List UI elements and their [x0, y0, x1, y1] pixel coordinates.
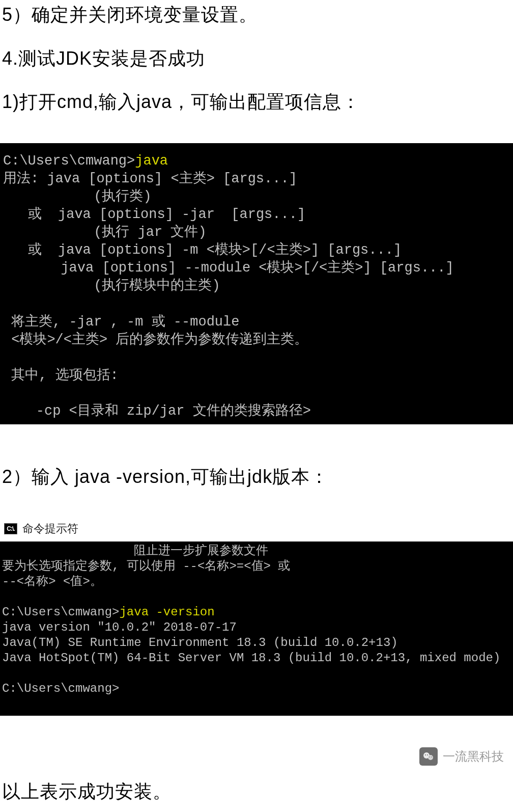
watermark-text: 一流黑科技	[443, 748, 504, 765]
wechat-icon	[419, 747, 438, 766]
svg-point-1	[428, 755, 433, 760]
paragraph-step4-1: 1)打开cmd,输入java，可输出配置项信息：	[0, 87, 513, 117]
paragraph-conclusion: 以上表示成功安装。	[0, 777, 513, 806]
svg-point-2	[425, 754, 426, 755]
terminal-java-usage: C:\Users\cmwang>java 用法: java [options] …	[0, 143, 513, 424]
cmd-window-titlebar: C:\. 命令提示符	[0, 518, 513, 542]
cmd-window-title: 命令提示符	[22, 521, 78, 536]
paragraph-step5: 5）确定并关闭环境变量设置。	[0, 0, 513, 30]
svg-point-4	[429, 756, 430, 757]
svg-point-3	[427, 754, 428, 755]
svg-point-5	[431, 756, 432, 757]
cmd-icon: C:\.	[4, 523, 17, 534]
paragraph-step4-2: 2）输入 java -version,可输出jdk版本：	[0, 462, 513, 492]
heading-section4: 4.测试JDK安装是否成功	[0, 44, 513, 73]
terminal-java-version: 阻止进一步扩展参数文件 要为长选项指定参数, 可以使用 --<名称>=<值> 或…	[0, 542, 513, 716]
